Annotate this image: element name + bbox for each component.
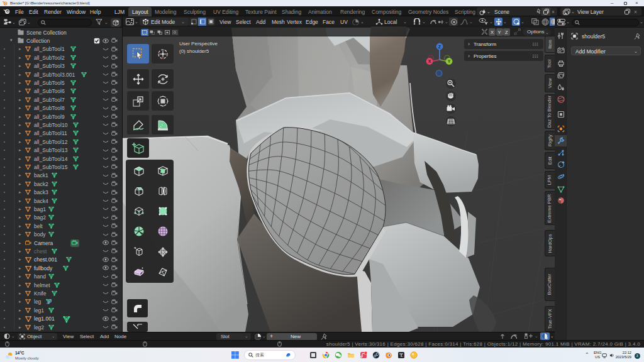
svg-text:Y: Y	[448, 59, 451, 63]
svg-text:Z: Z	[438, 45, 441, 49]
svg-text:X: X	[428, 59, 431, 63]
